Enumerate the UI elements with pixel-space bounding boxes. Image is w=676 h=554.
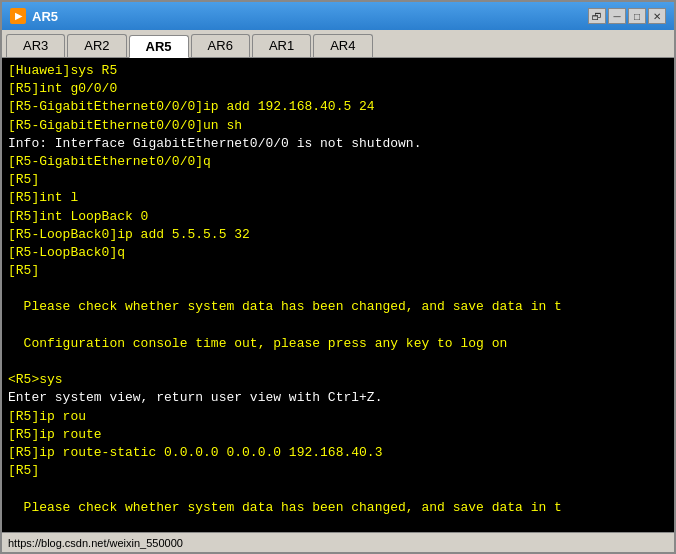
terminal-line: [R5] [8,463,39,478]
tab-ar3[interactable]: AR3 [6,34,65,57]
tab-ar5[interactable]: AR5 [129,35,189,58]
terminal-line: [R5]int l [8,190,78,205]
status-bar: https://blog.csdn.net/weixin_550000 [2,532,674,552]
window-title: AR5 [32,9,58,24]
tab-ar2[interactable]: AR2 [67,34,126,57]
terminal-line: Configuration console time out, please p… [8,336,507,351]
maximize-button[interactable]: □ [628,8,646,24]
terminal-line: [R5]int g0/0/0 [8,81,117,96]
terminal-line: Please check whether system data has bee… [8,299,562,314]
main-window: ▶ AR5 🗗 ─ □ ✕ AR3 AR2 AR5 AR6 AR1 AR4 [H… [0,0,676,554]
status-text: https://blog.csdn.net/weixin_550000 [8,537,183,549]
terminal-output[interactable]: [Huawei]sys R5 [R5]int g0/0/0 [R5-Gigabi… [2,58,674,532]
terminal-line: [R5]ip rou [8,409,86,424]
tab-ar6[interactable]: AR6 [191,34,250,57]
terminal-line: Enter system view, return user view with… [8,390,382,405]
restore-button[interactable]: 🗗 [588,8,606,24]
close-button[interactable]: ✕ [648,8,666,24]
terminal-line: [R5]int LoopBack 0 [8,209,148,224]
title-bar: ▶ AR5 🗗 ─ □ ✕ [2,2,674,30]
terminal-line: Info: Interface GigabitEthernet0/0/0 is … [8,136,421,151]
terminal-line: [R5-GigabitEthernet0/0/0]un sh [8,118,242,133]
terminal-line: [R5]ip route [8,427,102,442]
terminal-line: [R5-LoopBack0]ip add 5.5.5.5 32 [8,227,250,242]
terminal-container: [Huawei]sys R5 [R5]int g0/0/0 [R5-Gigabi… [2,58,674,532]
terminal-line: [R5] [8,172,39,187]
terminal-line: <R5>sys [8,372,63,387]
terminal-line: [Huawei]sys R5 [8,63,117,78]
terminal-line: Please check whether system data has bee… [8,500,562,515]
terminal-line: [R5-GigabitEthernet0/0/0]q [8,154,211,169]
terminal-line: [R5]ip route-static 0.0.0.0 0.0.0.0 192.… [8,445,382,460]
tab-ar1[interactable]: AR1 [252,34,311,57]
tab-bar: AR3 AR2 AR5 AR6 AR1 AR4 [2,30,674,58]
terminal-line: [R5-GigabitEthernet0/0/0]ip add 192.168.… [8,99,375,114]
terminal-line: [R5] [8,263,39,278]
title-buttons: 🗗 ─ □ ✕ [588,8,666,24]
minimize-button[interactable]: ─ [608,8,626,24]
tab-ar4[interactable]: AR4 [313,34,372,57]
terminal-line: [R5-LoopBack0]q [8,245,125,260]
title-bar-left: ▶ AR5 [10,8,58,24]
window-icon: ▶ [10,8,26,24]
